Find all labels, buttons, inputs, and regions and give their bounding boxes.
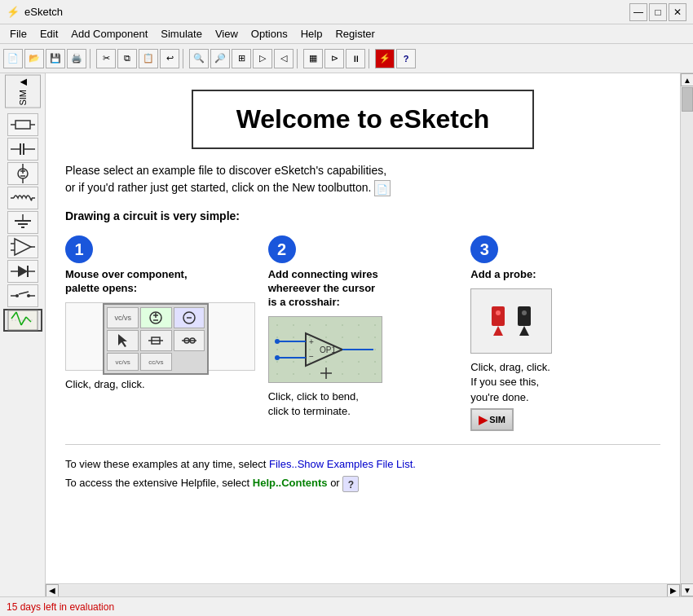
menu-register[interactable]: Register	[329, 26, 381, 42]
sidebar-switch[interactable]	[7, 284, 38, 307]
toolbar-sep1	[90, 49, 93, 68]
vscroll-up-button[interactable]: ▲	[681, 73, 693, 86]
toolbar-help[interactable]: ?	[396, 49, 416, 68]
footer-line1-prefix: To view these examples at any time, sele…	[65, 458, 269, 470]
hscroll-track[interactable]	[59, 585, 667, 596]
svg-point-75	[325, 361, 327, 363]
menu-edit[interactable]: Edit	[33, 26, 64, 42]
step-1: 1 Mouse over component,palette opens: vc…	[65, 235, 255, 392]
step-2-desc: Click, click to bend,click to terminate.	[268, 389, 458, 419]
vertical-scrollbar: ▲ ▼	[680, 73, 693, 596]
close-button[interactable]: ✕	[669, 3, 686, 21]
svg-point-57	[374, 324, 376, 326]
svg-rect-100	[518, 306, 531, 326]
svg-point-58	[276, 337, 278, 338]
intro-text: Please select an example file to discove…	[65, 162, 660, 196]
menu-add-component[interactable]: Add Component	[64, 26, 154, 42]
svg-point-28	[15, 294, 19, 297]
sidebar-capacitor[interactable]	[7, 138, 38, 161]
help-contents-link[interactable]: Help..Contents	[253, 477, 328, 489]
intro-line1: Please select an example file to discove…	[65, 164, 386, 177]
svg-point-55	[342, 324, 343, 326]
sidebar-opamp[interactable]	[7, 235, 38, 258]
step-3-label: Add a probe:	[470, 268, 660, 282]
toolbar-probe[interactable]: ⚡	[375, 49, 395, 68]
step-2-number: 2	[268, 235, 296, 263]
svg-point-51	[276, 324, 278, 326]
toolbar-zoom-in[interactable]: 🔍	[189, 49, 209, 68]
toolbar-save[interactable]: 💾	[46, 49, 65, 68]
step-1-label: Mouse over component,palette opens:	[65, 268, 255, 296]
app-icon: ⚡	[7, 6, 20, 18]
svg-text:+: +	[309, 337, 314, 346]
footer-text: To view these examples at any time, sele…	[65, 455, 660, 493]
toolbar-copy[interactable]: ⧉	[117, 49, 137, 68]
toolbar-paste[interactable]: 📋	[139, 49, 158, 68]
svg-point-71	[374, 349, 376, 350]
step-1-image: vc/vs	[65, 302, 255, 371]
step-3-desc: Click, drag, click. If you see this, you…	[470, 360, 660, 405]
toolbar-sep3	[297, 49, 300, 68]
horizontal-scrollbar: ◀ ▶	[46, 583, 680, 596]
svg-marker-101	[519, 326, 529, 336]
sim-tab[interactable]: SIM ▶	[5, 75, 41, 108]
drawing-title: Drawing a circuit is very simple:	[65, 209, 660, 222]
toolbar-zoom-out[interactable]: 🔎	[210, 49, 230, 68]
minimize-button[interactable]: —	[629, 3, 647, 21]
svg-point-79	[276, 373, 278, 375]
toolbar-step[interactable]: ⊳	[324, 49, 344, 68]
maximize-button[interactable]: □	[649, 3, 667, 21]
svg-point-67	[309, 349, 311, 350]
toolbar-print[interactable]: 🖨️	[67, 49, 86, 68]
step-2-image: OP1	[268, 316, 382, 383]
menu-simulate[interactable]: Simulate	[154, 26, 209, 42]
toolbar-sim[interactable]: ▦	[303, 49, 323, 68]
step-1-desc: Click, drag, click.	[65, 377, 255, 392]
content-body: Please select an example file to discove…	[46, 162, 680, 509]
menu-view[interactable]: View	[209, 26, 245, 42]
svg-point-63	[358, 337, 360, 338]
toolbar-sep4	[369, 49, 372, 68]
sidebar-resistor[interactable]	[7, 113, 38, 136]
step-3-number: 3	[470, 235, 498, 263]
toolbar-pause[interactable]: ⏸	[346, 49, 365, 68]
svg-point-89	[275, 339, 280, 344]
status-bar: 15 days left in evaluation	[0, 596, 693, 616]
toolbar-open[interactable]: 📂	[24, 49, 44, 68]
toolbar-prev[interactable]: ◁	[274, 49, 294, 68]
hscroll-left-button[interactable]: ◀	[46, 584, 59, 597]
svg-point-81	[309, 373, 311, 375]
main-container: SIM ▶	[0, 73, 693, 596]
menu-bar: File Edit Add Component Simulate View Op…	[0, 24, 693, 44]
svg-point-53	[309, 324, 311, 326]
sidebar-inductor[interactable]	[7, 187, 38, 209]
section-divider	[65, 444, 660, 445]
svg-point-73	[293, 361, 294, 363]
svg-line-29	[19, 292, 29, 294]
step-3-image	[470, 288, 552, 354]
sidebar-diode[interactable]	[7, 260, 38, 283]
vscroll-track[interactable]	[681, 86, 693, 583]
vscroll-down-button[interactable]: ▼	[681, 583, 693, 596]
toolbar-undo[interactable]: ↩	[160, 49, 179, 68]
svg-marker-44	[118, 334, 127, 347]
files-show-examples-link[interactable]: Files..Show Examples File List.	[269, 458, 416, 470]
sidebar-voltage-source[interactable]	[7, 162, 38, 185]
svg-point-85	[374, 373, 376, 375]
menu-help[interactable]: Help	[294, 26, 329, 42]
sidebar-probe-active[interactable]	[3, 309, 42, 332]
toolbar-new[interactable]: 📄	[3, 49, 23, 68]
svg-point-56	[358, 324, 360, 326]
hscroll-right-button[interactable]: ▶	[667, 584, 680, 597]
welcome-title: Welcome to eSketch	[210, 104, 516, 134]
toolbar-grid[interactable]: ⊞	[232, 49, 251, 68]
toolbar-cut[interactable]: ✂	[96, 49, 116, 68]
menu-options[interactable]: Options	[245, 26, 294, 42]
toolbar-next[interactable]: ▷	[253, 49, 272, 68]
vscroll-thumb[interactable]	[682, 87, 693, 112]
step-1-number: 1	[65, 235, 93, 263]
welcome-box: Welcome to eSketch	[192, 90, 534, 149]
sidebar-ground[interactable]	[7, 211, 38, 234]
menu-file[interactable]: File	[3, 26, 33, 42]
status-text: 15 days left in evaluation	[7, 601, 114, 613]
